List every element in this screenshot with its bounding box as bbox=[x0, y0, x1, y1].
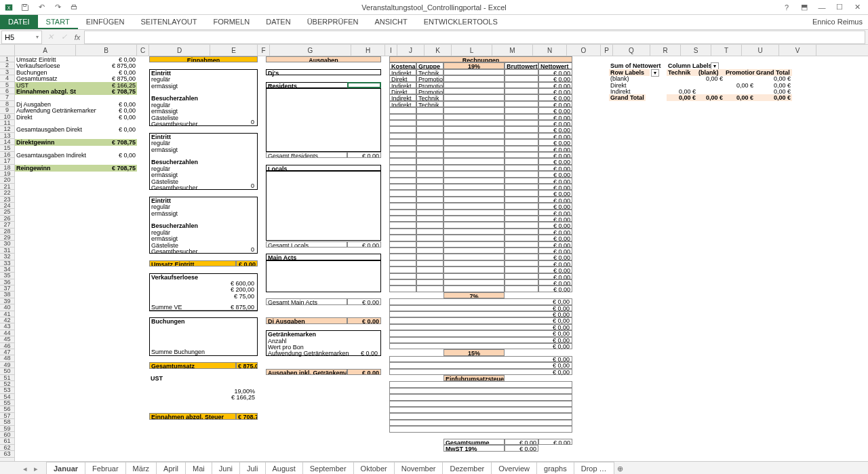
sheet-tab-Februar[interactable]: Februar bbox=[85, 462, 126, 474]
sheet-tab-Januar[interactable]: Januar bbox=[46, 462, 85, 474]
bu-sum-l: Summe Buchungen bbox=[150, 349, 206, 355]
col-header-T[interactable]: T bbox=[711, 45, 742, 56]
sheet-tab-Overview[interactable]: Overview bbox=[491, 462, 537, 474]
aig-l: Ausgaben inkl. Getränkemarke bbox=[266, 369, 347, 375]
dja-v: € 0,00 bbox=[347, 317, 381, 323]
tab-seitenlayout[interactable]: SEITENLAYOUT bbox=[132, 15, 205, 29]
gesamtumsatz-v: € 875,00 bbox=[236, 362, 258, 368]
cell-val: € 0,00 bbox=[76, 114, 137, 121]
svg-rect-3 bbox=[71, 6, 77, 9]
col-header-O[interactable]: O bbox=[567, 45, 601, 56]
formula-input[interactable] bbox=[84, 31, 865, 44]
col-header-L[interactable]: L bbox=[452, 45, 492, 56]
spreadsheet-grid[interactable]: ABCDEFGHIJKLMNOPQRSTUV 12345678910111213… bbox=[0, 45, 868, 461]
sheet-tab-Juni[interactable]: Juni bbox=[212, 462, 240, 474]
col-header-C[interactable]: C bbox=[137, 45, 149, 56]
close-icon[interactable]: ✕ bbox=[849, 1, 865, 14]
tab-ansicht[interactable]: ANSICHT bbox=[366, 15, 415, 29]
sheet-tab-Mai[interactable]: Mai bbox=[185, 462, 212, 474]
tab-daten[interactable]: DATEN bbox=[258, 15, 298, 29]
select-all-corner[interactable] bbox=[0, 45, 15, 56]
rechnungen-header: Rechnungen bbox=[389, 56, 572, 62]
gd-l: Gesamtausgaben Direkt bbox=[15, 126, 83, 133]
window-title: Veranstaltungstool_Controllingportal - E… bbox=[361, 3, 506, 12]
sheet-tab-graphs[interactable]: graphs bbox=[536, 462, 574, 474]
svg-rect-4 bbox=[73, 5, 76, 6]
sheet-tab-Drop …[interactable]: Drop … bbox=[574, 462, 614, 474]
redo-icon[interactable]: ↷ bbox=[52, 1, 64, 14]
tab-datei[interactable]: DATEI bbox=[0, 15, 38, 29]
sheet-tab-Oktober[interactable]: Oktober bbox=[353, 462, 395, 474]
ein-g2-8: Gesamtbesucher bbox=[150, 184, 199, 191]
undo-icon[interactable]: ↶ bbox=[35, 1, 47, 14]
col-header-H[interactable]: H bbox=[351, 45, 385, 56]
gr-l: Gesamt Residents bbox=[266, 152, 347, 158]
tab-ueberpruefen[interactable]: ÜBERPRÜFEN bbox=[299, 15, 367, 29]
rg-v: € 708,75 bbox=[76, 165, 137, 172]
ein-g2-2: ermässigt bbox=[150, 146, 179, 153]
row-header-63[interactable]: 63 bbox=[0, 451, 14, 457]
col-header-A[interactable]: A bbox=[15, 45, 76, 56]
sheet-tab-August[interactable]: August bbox=[265, 462, 303, 474]
col-header-B[interactable]: B bbox=[76, 45, 137, 56]
eas-l: Einnahmen abzgl. Steuer bbox=[149, 413, 236, 419]
ein-g1-8: Gesamtbesucher bbox=[150, 121, 199, 127]
col-header-Q[interactable]: Q bbox=[613, 45, 650, 56]
excel-icon[interactable]: X bbox=[3, 1, 15, 14]
sheet-tab-April[interactable]: April bbox=[156, 462, 186, 474]
tab-start[interactable]: START bbox=[38, 15, 78, 29]
col-header-U[interactable]: U bbox=[742, 45, 779, 56]
col-header-P[interactable]: P bbox=[601, 45, 613, 56]
sheet-tab-November[interactable]: November bbox=[394, 462, 443, 474]
gm-ag-v: € 0,00 bbox=[359, 350, 379, 357]
sheet-tab-März[interactable]: März bbox=[125, 462, 157, 474]
col-header-D[interactable]: D bbox=[149, 45, 210, 56]
sheet-tab-bar: ◂ ▸ JanuarFebruarMärzAprilMaiJuniJuliAug… bbox=[0, 461, 868, 474]
gr-v: € 0,00 bbox=[347, 152, 381, 158]
ribbon-toggle-icon[interactable]: ⬒ bbox=[796, 1, 812, 14]
fx-icon[interactable]: fx bbox=[71, 33, 84, 41]
minimize-icon[interactable]: — bbox=[814, 1, 830, 14]
tab-formeln[interactable]: FORMELN bbox=[205, 15, 258, 29]
tab-entwicklertools[interactable]: ENTWICKLERTOOLS bbox=[416, 15, 506, 29]
col-header-N[interactable]: N bbox=[533, 45, 567, 56]
col-header-E[interactable]: E bbox=[210, 45, 258, 56]
col-header-G[interactable]: G bbox=[270, 45, 351, 56]
bu-label: Buchungen bbox=[150, 318, 186, 325]
help-icon[interactable]: ? bbox=[778, 1, 795, 14]
umsatz-eintritt-label: Umsatz Eintritt bbox=[149, 260, 236, 266]
gma-l: Gesamt Main Acts bbox=[266, 298, 347, 304]
cancel-icon[interactable]: ✕ bbox=[43, 33, 57, 41]
sheet-nav-first[interactable]: ◂ bbox=[20, 465, 30, 473]
col-header-K[interactable]: K bbox=[425, 45, 452, 56]
sheet-tab-September[interactable]: September bbox=[302, 462, 354, 474]
enter-icon[interactable]: ✓ bbox=[57, 33, 71, 41]
add-sheet-button[interactable]: ⊕ bbox=[614, 465, 627, 473]
sheet-nav-prev[interactable]: ▸ bbox=[31, 465, 41, 473]
ein-g1-zero: 0 bbox=[250, 119, 256, 125]
maximize-icon[interactable]: ☐ bbox=[831, 1, 848, 14]
col-header-S[interactable]: S bbox=[681, 45, 711, 56]
ein-g1-2: ermässigt bbox=[150, 83, 179, 90]
pivot-dropdown-icon[interactable]: ▾ bbox=[651, 69, 659, 77]
col-header-J[interactable]: J bbox=[397, 45, 425, 56]
save-icon[interactable] bbox=[19, 1, 31, 14]
svg-text:X: X bbox=[7, 5, 11, 10]
sheet-tab-Juli[interactable]: Juli bbox=[239, 462, 266, 474]
ein-g3-8: Gesamtbesucher bbox=[150, 248, 199, 255]
col-header-I[interactable]: I bbox=[385, 45, 397, 56]
sheet-tab-Dezember[interactable]: Dezember bbox=[442, 462, 492, 474]
col-header-M[interactable]: M bbox=[492, 45, 533, 56]
col-header-F[interactable]: F bbox=[258, 45, 270, 56]
tab-einfuegen[interactable]: EINFÜGEN bbox=[78, 15, 133, 29]
gd-v: € 0,00 bbox=[76, 126, 137, 133]
print-icon[interactable] bbox=[68, 1, 80, 14]
aig-v: € 0,00 bbox=[347, 369, 381, 375]
cells-area[interactable]: Umsatz Eintritt€ 0,00Verkaufserloese€ 87… bbox=[15, 56, 868, 461]
col-header-V[interactable]: V bbox=[779, 45, 816, 56]
signed-in-user[interactable]: Ennico Reimus bbox=[812, 18, 863, 26]
title-bar: X ↶ ↷ Veranstaltungstool_Controllingport… bbox=[0, 0, 868, 15]
col-header-R[interactable]: R bbox=[650, 45, 681, 56]
ve-sum-l: Summe VE bbox=[150, 304, 184, 311]
name-box[interactable]: H5▾ bbox=[1, 31, 42, 44]
